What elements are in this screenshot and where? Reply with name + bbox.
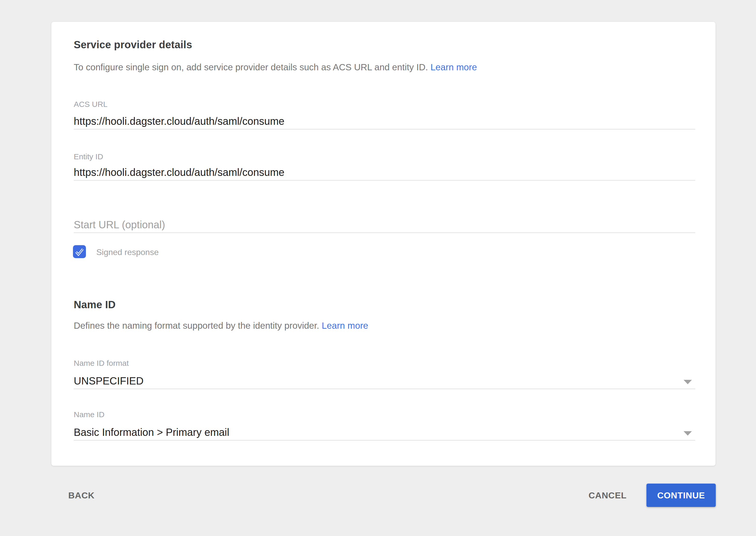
name-id-section-title: Name ID [74, 298, 116, 311]
start-url-input[interactable] [74, 217, 695, 233]
service-provider-description: To configure single sign on, add service… [74, 61, 477, 73]
chevron-down-icon [684, 431, 692, 436]
entity-id-input[interactable] [74, 164, 695, 181]
name-id-value: Basic Information > Primary email [74, 426, 229, 438]
name-id-label: Name ID [74, 410, 104, 419]
entity-id-label: Entity ID [74, 152, 103, 161]
back-button[interactable]: BACK [68, 490, 94, 500]
name-id-format-label: Name ID format [74, 358, 129, 368]
sso-config-page: { "card": { "service_provider": { "title… [0, 0, 756, 536]
service-provider-learn-more-link[interactable]: Learn more [430, 62, 477, 72]
cancel-button[interactable]: CANCEL [589, 490, 627, 500]
name-id-select[interactable]: Basic Information > Primary email [74, 424, 695, 441]
name-id-description: Defines the naming format supported by t… [74, 319, 368, 332]
service-provider-description-text: To configure single sign on, add service… [74, 62, 428, 72]
chevron-down-icon [684, 380, 692, 384]
service-provider-details-title: Service provider details [74, 38, 192, 51]
name-id-format-select[interactable]: UNSPECIFIED [74, 373, 695, 389]
name-id-learn-more-link[interactable]: Learn more [322, 320, 368, 330]
signed-response-checkbox[interactable] [73, 245, 86, 258]
acs-url-label: ACS URL [74, 100, 107, 109]
service-provider-card: Service provider details To configure si… [51, 21, 716, 466]
acs-url-input[interactable] [74, 114, 695, 129]
name-id-description-text: Defines the naming format supported by t… [74, 320, 319, 330]
continue-button[interactable]: CONTINUE [646, 484, 716, 507]
signed-response-label: Signed response [96, 247, 159, 258]
name-id-format-value: UNSPECIFIED [74, 375, 144, 387]
checkbox-check-icon [73, 245, 86, 258]
